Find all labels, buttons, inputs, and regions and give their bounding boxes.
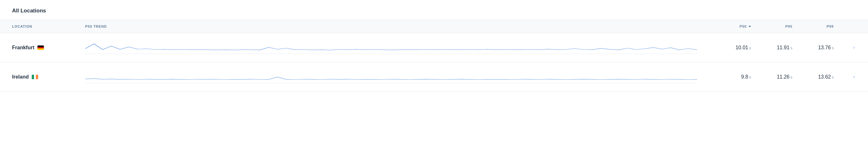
column-header-p50-label: P50 <box>740 25 747 28</box>
column-header-location[interactable]: LOCATION <box>12 25 85 28</box>
table-row[interactable]: Frankfurt 10.01s 11.91s 13.76s <box>0 33 868 62</box>
p95-value: 11.26 <box>777 74 789 80</box>
column-header-p99[interactable]: P99 <box>793 25 834 28</box>
chevron-right-icon <box>852 75 856 79</box>
p99-value: 13.62 <box>818 74 831 80</box>
p95-value: 11.91 <box>777 45 789 50</box>
p95-cell: 11.91s <box>751 45 793 51</box>
p50-cell: 10.01s <box>710 45 751 51</box>
p95-cell: 11.26s <box>751 74 793 80</box>
p50-trend-sparkline <box>85 41 710 55</box>
p99-value: 13.76 <box>818 45 831 50</box>
p99-cell: 13.62s <box>793 74 834 80</box>
column-header-p50-trend: P50 TREND <box>85 25 710 28</box>
p99-cell: 13.76s <box>793 45 834 51</box>
table-row[interactable]: Ireland 9.8s 11.26s 13.62s <box>0 62 868 91</box>
expand-row-button[interactable] <box>834 46 856 50</box>
p50-trend-sparkline <box>85 70 710 84</box>
p50-cell: 9.8s <box>710 74 751 80</box>
flag-de-icon <box>37 46 44 50</box>
p50-value: 10.01 <box>736 45 748 50</box>
location-cell: Frankfurt <box>12 45 85 51</box>
chevron-right-icon <box>852 46 856 50</box>
flag-ie-icon <box>32 75 38 79</box>
location-cell: Ireland <box>12 74 85 80</box>
location-name: Frankfurt <box>12 45 34 51</box>
expand-row-button[interactable] <box>834 75 856 79</box>
sort-caret-down-icon <box>748 26 751 27</box>
page-title: All Locations <box>0 0 868 20</box>
table-header: LOCATION P50 TREND P50 P95 P99 <box>0 20 868 33</box>
column-header-p95[interactable]: P95 <box>751 25 793 28</box>
p50-value: 9.8 <box>741 74 748 80</box>
location-name: Ireland <box>12 74 29 80</box>
column-header-p50[interactable]: P50 <box>710 25 751 28</box>
